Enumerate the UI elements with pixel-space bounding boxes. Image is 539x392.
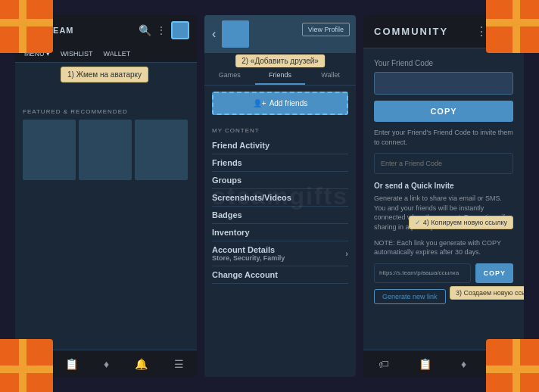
account-sub-label: Store, Security, Family (212, 254, 285, 262)
list-item-account[interactable]: Account Details Store, Security, Family … (212, 241, 348, 266)
featured-label: FEATURED & RECOMMENDED (23, 108, 189, 115)
gift-box-top-right (486, 0, 539, 53)
account-arrow-icon: › (345, 249, 348, 258)
list-item-screenshots[interactable]: Screenshots/Videos (212, 189, 348, 207)
add-friends-label: Add friends (270, 99, 308, 107)
friend-popup: ‹ View Profile 2) «Добавить друзей» Game… (204, 15, 356, 377)
tooltip-1: 1) Жмем на аватарку (61, 67, 148, 82)
view-profile-button[interactable]: View Profile (302, 23, 350, 36)
list-item-friends[interactable]: Friends (212, 154, 348, 172)
gift-box-bottom-right (486, 339, 539, 392)
tab-games[interactable]: Games (204, 67, 255, 85)
list-item-groups[interactable]: Groups (212, 172, 348, 189)
list-item-change-account[interactable]: Change Account (212, 266, 348, 284)
bottom-menu-icon[interactable]: ☰ (174, 358, 184, 370)
list-item-badges[interactable]: Badges (212, 207, 348, 224)
note-text: NOTE: Each link you generate with COPY a… (374, 238, 513, 257)
main-container: STEAM 🔍 ⋮ MENU ▾ WISHLIST WALLET 1) Жмем… (15, 15, 524, 377)
avatar-small[interactable] (171, 21, 189, 39)
annotation-4: 4) Копируем новую ссылку (409, 216, 513, 229)
bottom-list-icon[interactable]: 📋 (65, 358, 78, 370)
community-bottom-diamond-icon[interactable]: ♦ (461, 358, 466, 370)
generate-new-link-button[interactable]: Generate new link (374, 289, 446, 304)
back-arrow-icon[interactable]: ‹ (212, 27, 216, 41)
steam-panel: STEAM 🔍 ⋮ MENU ▾ WISHLIST WALLET 1) Жмем… (15, 15, 197, 377)
featured-card-3 (135, 120, 188, 180)
tab-wallet[interactable]: Wallet (305, 67, 356, 85)
content-list: Friend Activity Friends Groups Screensho… (204, 137, 356, 284)
copy-button-1[interactable]: COPY (374, 101, 513, 122)
community-content: Your Friend Code COPY Enter your Friend'… (363, 48, 524, 315)
nav-wallet[interactable]: WALLET (101, 48, 134, 59)
account-label: Account Details (212, 245, 285, 254)
bottom-bell-icon[interactable]: 🔔 (135, 358, 148, 370)
quick-invite-label: Or send a Quick Invite (374, 182, 513, 190)
my-content-label: MY CONTENT (204, 121, 356, 137)
community-bottom-list-icon[interactable]: 📋 (419, 358, 432, 370)
friend-code-desc: Enter your Friend's Friend Code to invit… (374, 128, 513, 147)
search-icon[interactable]: 🔍 (139, 24, 151, 36)
steam-header-icons: 🔍 ⋮ (139, 21, 189, 39)
list-item-inventory[interactable]: Inventory (212, 224, 348, 241)
copy-button-2[interactable]: COPY (475, 263, 513, 283)
annotation-3: 3) Создаем новую ссылку (450, 286, 524, 300)
annotation-3-wrapper: Generate new link 3) Создаем новую ссылк… (374, 288, 446, 304)
popup-tabs: Games Friends Wallet (204, 67, 356, 86)
invite-link-value: https://s.team/p/ваша/ссылка (374, 263, 471, 283)
gift-box-top-left (0, 0, 53, 53)
community-panel: COMMUNITY ⋮ Your Friend Code COPY Enter … (363, 15, 524, 377)
tooltip-2: 2) «Добавить друзей» (235, 54, 325, 67)
bottom-diamond-icon[interactable]: ♦ (104, 358, 109, 370)
list-item-friend-activity[interactable]: Friend Activity (212, 137, 348, 154)
friend-code-label: Your Friend Code (374, 59, 513, 67)
community-title: COMMUNITY (374, 26, 475, 37)
add-friends-button[interactable]: 👤+ Add friends (212, 92, 348, 115)
featured-card-2 (79, 120, 132, 180)
popup-header: ‹ View Profile (204, 15, 356, 53)
more-icon[interactable]: ⋮ (156, 24, 167, 36)
add-friends-icon: 👤+ (253, 99, 266, 107)
featured-cards (23, 120, 189, 180)
tab-friends[interactable]: Friends (255, 67, 306, 85)
enter-friend-code-input[interactable] (374, 153, 513, 174)
invite-link-row: https://s.team/p/ваша/ссылка COPY (374, 263, 513, 283)
nav-wishlist[interactable]: WISHLIST (58, 48, 96, 59)
community-bottom-tag-icon[interactable]: 🏷 (379, 358, 389, 370)
friend-code-input[interactable] (374, 72, 513, 95)
gift-box-bottom-left (0, 339, 53, 392)
featured-card-1 (23, 120, 76, 180)
popup-avatar (222, 20, 249, 48)
